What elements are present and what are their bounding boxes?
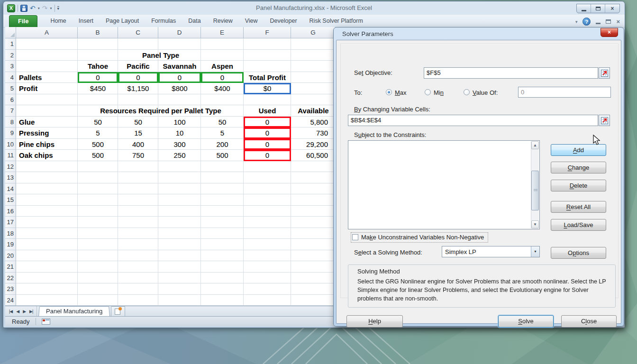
cell-B11[interactable]: 500 <box>78 150 118 161</box>
help-button[interactable]: Help <box>346 315 403 328</box>
cell-F4[interactable]: Total Profit <box>244 72 291 83</box>
cell-D4[interactable]: 0 <box>158 72 201 83</box>
reset-all-button[interactable]: Reset All <box>551 201 606 213</box>
cell-D5[interactable]: $800 <box>158 83 201 94</box>
delete-button[interactable]: Delete <box>551 180 606 191</box>
close-button[interactable]: Close <box>561 315 617 328</box>
range-selector-icon[interactable] <box>599 67 610 79</box>
minimize-button[interactable] <box>577 4 591 13</box>
cell-C8[interactable]: 50 <box>118 117 158 128</box>
column-header-A[interactable]: A <box>16 27 78 38</box>
workbook-close-icon[interactable]: × <box>616 19 620 24</box>
cell-E5[interactable]: $400 <box>201 83 244 94</box>
row-header-24[interactable]: 24 <box>5 295 16 306</box>
dialog-close-button[interactable]: × <box>601 28 618 37</box>
row-header-6[interactable]: 6 <box>5 94 16 106</box>
row-header-23[interactable]: 23 <box>5 283 16 295</box>
row-header-19[interactable]: 19 <box>5 239 16 250</box>
value-of-label[interactable]: Value Of: <box>473 89 498 96</box>
options-button[interactable]: Options <box>551 247 606 259</box>
combo-dropdown-icon[interactable]: ▼ <box>531 246 539 257</box>
cell-B3[interactable]: Tahoe <box>78 61 118 72</box>
row-header-14[interactable]: 14 <box>5 183 16 195</box>
row-header-13[interactable]: 13 <box>5 172 16 183</box>
sheet-nav-prev-icon[interactable]: ◀ <box>16 309 19 314</box>
ribbon-tab-view[interactable]: View <box>239 15 264 27</box>
cell-F10[interactable]: 0 <box>244 139 291 150</box>
ribbon-tab-review[interactable]: Review <box>207 15 239 27</box>
cell-E10[interactable]: 200 <box>201 139 244 150</box>
sheet-nav-next-icon[interactable]: ▶ <box>23 309 26 314</box>
row-header-3[interactable]: 3 <box>5 61 16 72</box>
row-header-20[interactable]: 20 <box>5 250 16 262</box>
cell-F8[interactable]: 0 <box>244 117 291 128</box>
load-save-button[interactable]: Load/Save <box>551 219 606 231</box>
cell-A5[interactable]: Profit <box>16 83 78 94</box>
row-header-17[interactable]: 17 <box>5 217 16 228</box>
workbook-minimize-icon[interactable] <box>596 23 601 24</box>
column-header-B[interactable]: B <box>78 27 118 38</box>
row-header-7[interactable]: 7 <box>5 105 16 117</box>
cell-D8[interactable]: 100 <box>158 117 201 128</box>
solving-method-select[interactable]: Simplex LP ▼ <box>442 246 540 257</box>
cell-C10[interactable]: 400 <box>118 139 158 150</box>
max-label[interactable]: Max <box>395 89 407 96</box>
max-radio[interactable] <box>386 89 392 95</box>
row-header-11[interactable]: 11 <box>5 150 16 161</box>
macro-record-icon[interactable] <box>42 318 50 325</box>
min-radio[interactable] <box>425 89 431 95</box>
cell-B4[interactable]: 0 <box>78 72 118 83</box>
cell-F7[interactable]: Used <box>244 105 291 117</box>
cell-A8[interactable]: Glue <box>16 117 78 128</box>
row-header-18[interactable]: 18 <box>5 228 16 239</box>
scrollbar-thumb[interactable] <box>531 171 539 210</box>
cell-D3[interactable]: Savannah <box>158 61 201 72</box>
cell-G9[interactable]: 730 <box>291 127 336 139</box>
cell-E8[interactable]: 50 <box>201 117 244 128</box>
row-header-4[interactable]: 4 <box>5 72 16 83</box>
constraints-scrollbar[interactable]: ▲ ▼ <box>531 141 539 228</box>
restore-button[interactable] <box>591 4 605 13</box>
column-header-C[interactable]: C <box>118 27 158 38</box>
ribbon-tab-home[interactable]: Home <box>44 15 72 27</box>
value-of-radio[interactable] <box>464 89 470 95</box>
close-button[interactable]: × <box>605 4 619 13</box>
cell-E3[interactable]: Aspen <box>201 61 244 72</box>
min-label[interactable]: Min <box>434 89 444 96</box>
row-header-5[interactable]: 5 <box>5 83 16 94</box>
row-header-16[interactable]: 16 <box>5 206 16 217</box>
ribbon-tab-formulas[interactable]: Formulas <box>145 15 182 27</box>
cell-B8[interactable]: 50 <box>78 117 118 128</box>
cell-B2[interactable]: Panel Type <box>78 50 244 61</box>
row-header-22[interactable]: 22 <box>5 273 16 284</box>
cell-F11[interactable]: 0 <box>244 150 291 161</box>
cell-G7[interactable]: Available <box>291 105 336 117</box>
solve-button[interactable]: Solve <box>498 315 554 328</box>
cell-E11[interactable]: 500 <box>201 150 244 161</box>
cell-C11[interactable]: 750 <box>118 150 158 161</box>
cell-B9[interactable]: 5 <box>78 127 118 139</box>
cell-C3[interactable]: Pacific <box>118 61 158 72</box>
insert-worksheet-tab[interactable] <box>111 306 125 316</box>
cell-A9[interactable]: Pressing <box>16 127 78 139</box>
set-objective-input[interactable]: $F$5 <box>424 67 598 79</box>
ribbon-tab-developer[interactable]: Developer <box>264 15 303 27</box>
cell-D11[interactable]: 250 <box>158 150 201 161</box>
row-header-8[interactable]: 8 <box>5 117 16 128</box>
cell-B5[interactable]: $450 <box>78 83 118 94</box>
cell-E9[interactable]: 5 <box>201 127 244 139</box>
cell-C4[interactable]: 0 <box>118 72 158 83</box>
column-header-F[interactable]: F <box>244 27 291 38</box>
cell-F9[interactable]: 0 <box>244 127 291 139</box>
select-all-corner[interactable] <box>5 27 16 38</box>
column-header-D[interactable]: D <box>158 27 201 38</box>
cell-G8[interactable]: 5,800 <box>291 117 336 128</box>
sheet-tab-panel-manufacturing[interactable]: Panel Manufacturing <box>38 306 110 316</box>
sheet-nav-last-icon[interactable]: ▶| <box>29 309 33 314</box>
value-of-input[interactable]: 0 <box>518 87 611 98</box>
scroll-up-icon[interactable]: ▲ <box>531 141 539 149</box>
changing-cells-input[interactable]: $B$4:$E$4 <box>348 115 598 126</box>
help-icon[interactable]: ? <box>582 18 591 26</box>
cell-C9[interactable]: 15 <box>118 127 158 139</box>
cell-A10[interactable]: Pine chips <box>16 139 78 150</box>
